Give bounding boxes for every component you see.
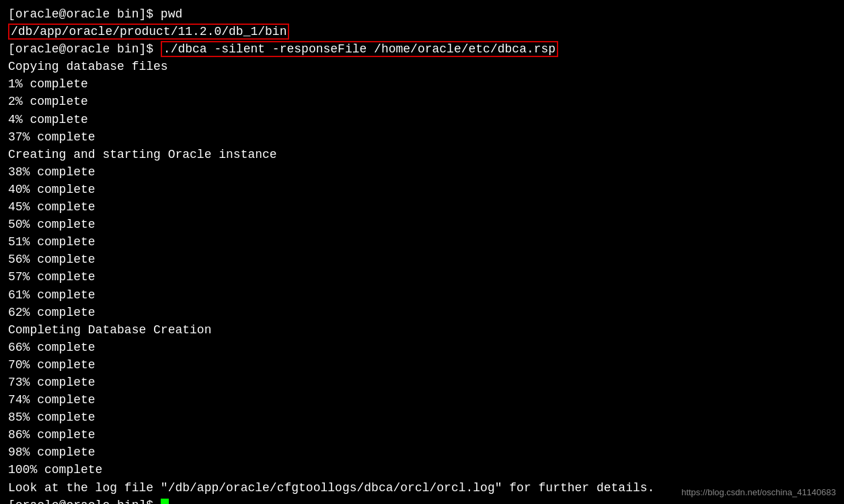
command-highlight-box: ./dbca -silent -responseFile /home/oracl… <box>161 41 558 57</box>
line-66pct: 66% complete <box>8 339 836 356</box>
watermark: https://blog.csdn.net/oschina_41140683 <box>681 487 836 497</box>
terminal-cursor <box>161 499 169 504</box>
line-path: /db/app/oracle/product/11.2.0/db_1/bin <box>8 23 836 40</box>
line-creating-instance: Creating and starting Oracle instance <box>8 146 836 163</box>
line-50pct: 50% complete <box>8 216 836 233</box>
line-4pct: 4% complete <box>8 111 836 128</box>
line-98pct: 98% complete <box>8 444 836 461</box>
path-highlight-box: /db/app/oracle/product/11.2.0/db_1/bin <box>8 24 289 40</box>
line-copying: Copying database files <box>8 58 836 75</box>
line-57pct: 57% complete <box>8 268 836 286</box>
line-70pct: 70% complete <box>8 356 836 374</box>
line-85pct: 85% complete <box>8 409 836 426</box>
line-61pct: 61% complete <box>8 286 836 304</box>
line-final-prompt: [oracle@oracle bin]$ <box>8 497 836 504</box>
line-62pct: 62% complete <box>8 304 836 321</box>
line-command: [oracle@oracle bin]$ ./dbca -silent -res… <box>8 40 836 58</box>
line-74pct: 74% complete <box>8 391 836 409</box>
line-completing-db: Completing Database Creation <box>8 321 836 339</box>
line-37pct: 37% complete <box>8 128 836 146</box>
line-38pct: 38% complete <box>8 163 836 181</box>
line-1pct: 1% complete <box>8 75 836 93</box>
line-51pct: 51% complete <box>8 233 836 251</box>
line-73pct: 73% complete <box>8 374 836 391</box>
line-2pct: 2% complete <box>8 93 836 110</box>
line-45pct: 45% complete <box>8 198 836 216</box>
line-86pct: 86% complete <box>8 426 836 444</box>
line-56pct: 56% complete <box>8 251 836 268</box>
terminal-output: [oracle@oracle bin]$ pwd /db/app/oracle/… <box>8 5 836 504</box>
line-100pct: 100% complete <box>8 461 836 478</box>
line-pwd-prompt: [oracle@oracle bin]$ pwd <box>8 5 836 23</box>
line-40pct: 40% complete <box>8 181 836 198</box>
